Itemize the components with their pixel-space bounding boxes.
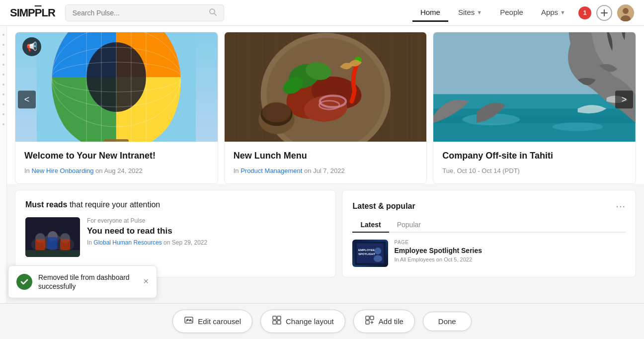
card-1-date: Aug 24, 2022 xyxy=(104,167,142,174)
lp-title: Latest & popular xyxy=(352,202,415,211)
apps-chevron-icon: ▼ xyxy=(560,9,565,15)
card-1-image: 📢 xyxy=(15,32,218,142)
sidebar-dot xyxy=(2,93,4,95)
sites-chevron-icon: ▼ xyxy=(477,9,482,15)
nav-sites[interactable]: Sites ▼ xyxy=(450,4,490,21)
bottom-bar: Edit carousel Change layout Add tile Don… xyxy=(0,303,644,317)
logo[interactable]: SIMPPLR xyxy=(10,6,55,19)
add-button[interactable] xyxy=(596,5,612,21)
lp-tab-latest[interactable]: Latest xyxy=(352,218,389,233)
must-read-thumbnail xyxy=(25,217,80,257)
sidebar-dot xyxy=(2,34,4,36)
card-2-category-link[interactable]: Product Management xyxy=(241,167,302,174)
svg-rect-52 xyxy=(35,239,45,250)
announcement-icon: 📢 xyxy=(22,37,41,56)
sidebar-dot xyxy=(2,64,4,66)
edit-carousel-icon xyxy=(184,315,194,317)
carousel-card-3[interactable]: Company Off-site in Tahiti Tue, Oct 10 -… xyxy=(433,32,636,184)
nav-home[interactable]: Home xyxy=(412,4,448,22)
toast-message: Removed tile from dashboard successfully xyxy=(38,273,137,291)
svg-rect-69 xyxy=(366,316,369,317)
must-read-item-title: You need to read this xyxy=(87,226,207,236)
sidebar-dot xyxy=(2,44,4,46)
done-button[interactable]: Done xyxy=(423,312,472,317)
carousel-card-1[interactable]: 📢 xyxy=(15,32,218,184)
lp-page-label: PAGE xyxy=(394,240,482,245)
header: SIMPPLR Home Sites ▼ People Apps ▼ 1 xyxy=(0,0,644,26)
lp-item-meta: In All Employees on Oct 5, 2022 xyxy=(394,256,482,262)
carousel-prev-button[interactable]: < xyxy=(18,90,36,108)
nav-apps[interactable]: Apps ▼ xyxy=(533,4,573,21)
carousel-cards: 📢 xyxy=(15,32,636,184)
add-tile-icon xyxy=(365,315,375,317)
must-reads-card: Must reads that require your attention xyxy=(15,190,336,277)
card-2-meta: In Product Management on Jul 7, 2022 xyxy=(234,167,418,174)
must-read-date: Sep 29, 2022 xyxy=(172,239,207,246)
lp-tabs: Latest Popular xyxy=(352,218,626,233)
main-nav: Home Sites ▼ People Apps ▼ xyxy=(412,4,573,22)
nav-people[interactable]: People xyxy=(492,4,531,21)
svg-point-61 xyxy=(374,255,382,262)
svg-rect-54 xyxy=(60,239,70,250)
must-read-for: For everyone at Pulse xyxy=(87,217,207,224)
search-icon xyxy=(209,8,217,18)
card-1-meta: In New Hire Onboarding on Aug 24, 2022 xyxy=(24,167,209,174)
lp-thumbnail-image: EMPLOYEE SPOTLIGHT xyxy=(352,240,388,267)
card-2-image xyxy=(225,32,427,142)
must-reads-title: Must reads that require your attention xyxy=(25,200,325,209)
sidebar-dot xyxy=(2,54,4,56)
svg-line-1 xyxy=(214,13,216,15)
must-read-item[interactable]: For everyone at Pulse You need to read t… xyxy=(25,217,325,257)
toast-close-button[interactable]: × xyxy=(143,276,149,287)
must-read-thumbnail-image xyxy=(25,217,80,257)
latest-popular-card: Latest & popular ··· Latest Popular EMPL… xyxy=(342,190,636,277)
toast-success-icon xyxy=(16,274,32,290)
sidebar-dot xyxy=(2,113,4,115)
search-input[interactable] xyxy=(73,9,205,17)
lp-header: Latest & popular ··· xyxy=(352,200,626,212)
search-bar xyxy=(65,4,224,21)
sidebar-dot xyxy=(2,84,4,85)
edit-carousel-button[interactable]: Edit carousel xyxy=(172,310,252,317)
lp-thumbnail: EMPLOYEE SPOTLIGHT xyxy=(352,240,388,267)
svg-rect-19 xyxy=(104,139,129,142)
card-3-image xyxy=(433,32,636,142)
svg-point-60 xyxy=(375,248,382,254)
svg-rect-71 xyxy=(370,316,374,317)
change-layout-icon xyxy=(272,315,282,317)
svg-point-44 xyxy=(553,122,603,131)
carousel-section: < 📢 xyxy=(7,26,644,184)
sidebar-dot xyxy=(2,103,4,105)
must-read-meta: In Global Human Resources on Sep 29, 202… xyxy=(87,239,207,246)
must-read-content: For everyone at Pulse You need to read t… xyxy=(87,217,207,246)
sidebar-dot xyxy=(2,123,4,125)
lp-tab-popular[interactable]: Popular xyxy=(389,218,429,233)
add-tile-button[interactable]: Add tile xyxy=(353,310,415,317)
carousel-card-2[interactable]: New Lunch Menu In Product Management on … xyxy=(224,32,427,184)
card-2-body: New Lunch Menu In Product Management on … xyxy=(225,142,427,183)
lp-item[interactable]: EMPLOYEE SPOTLIGHT PAGE Employee Spotlig… xyxy=(352,240,626,267)
lp-more-button[interactable]: ··· xyxy=(616,200,626,212)
svg-rect-65 xyxy=(273,316,276,317)
card-1-body: Welcome to Your New Intranet! In New Hir… xyxy=(15,142,218,183)
lp-category: All Employees xyxy=(400,256,435,262)
nav-actions: 1 xyxy=(578,4,634,21)
svg-text:EMPLOYEE: EMPLOYEE xyxy=(359,249,375,252)
must-read-category-link[interactable]: Global Human Resources xyxy=(93,239,161,246)
carousel-next-button[interactable]: > xyxy=(615,90,633,108)
svg-rect-66 xyxy=(277,316,281,317)
svg-rect-55 xyxy=(25,250,80,257)
card-2-date: Jul 7, 2022 xyxy=(313,167,345,174)
sidebar-dot xyxy=(2,74,4,76)
lp-date: Oct 5, 2022 xyxy=(444,256,472,262)
svg-point-5 xyxy=(623,8,629,14)
card-3-meta: Tue, Oct 10 - Oct 14 (PDT) xyxy=(442,167,627,174)
card-2-title: New Lunch Menu xyxy=(234,151,418,161)
card-1-category-link[interactable]: New Hire Onboarding xyxy=(31,167,93,174)
avatar[interactable] xyxy=(617,4,634,21)
svg-text:SPOTLIGHT: SPOTLIGHT xyxy=(359,253,376,255)
card-3-body: Company Off-site in Tahiti Tue, Oct 10 -… xyxy=(433,142,636,183)
change-layout-button[interactable]: Change layout xyxy=(260,310,345,317)
notification-badge[interactable]: 1 xyxy=(578,6,591,19)
svg-point-38 xyxy=(262,102,291,123)
